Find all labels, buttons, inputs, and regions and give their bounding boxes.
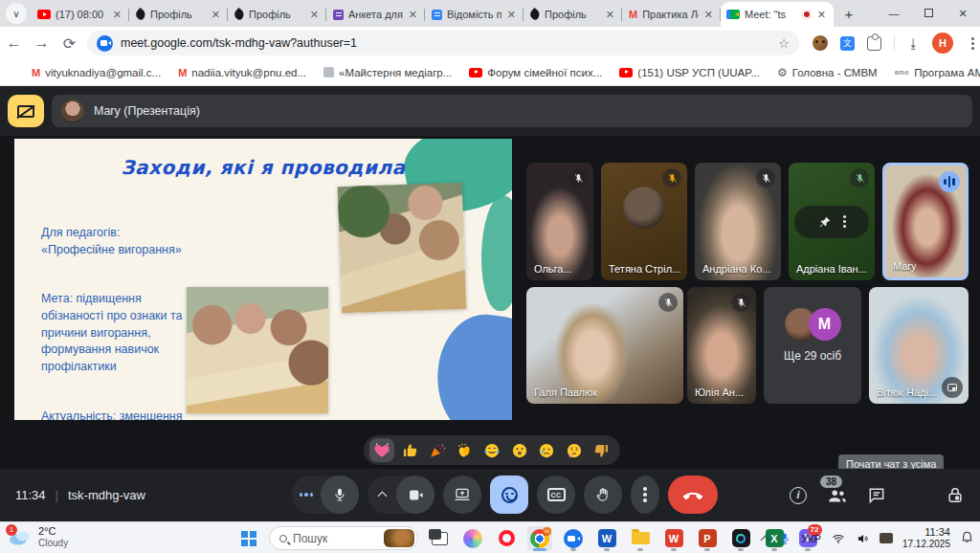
reaction-laughing-button[interactable] bbox=[479, 438, 504, 462]
activities-button[interactable] bbox=[904, 484, 927, 507]
camera-control[interactable] bbox=[368, 476, 434, 514]
taskbar-search[interactable]: Пошук bbox=[269, 526, 418, 550]
presentation-paused-button[interactable] bbox=[8, 95, 44, 127]
chrome-app[interactable]: H bbox=[527, 526, 552, 551]
wifi-icon[interactable] bbox=[831, 532, 846, 545]
minimize-button[interactable]: — bbox=[877, 8, 911, 19]
mic-control[interactable] bbox=[292, 476, 359, 514]
present-screen-button[interactable] bbox=[443, 476, 481, 514]
wps-app[interactable]: W bbox=[661, 526, 686, 551]
close-icon[interactable]: ✕ bbox=[408, 9, 418, 21]
close-icon[interactable]: ✕ bbox=[211, 9, 221, 21]
camera-permission-icon[interactable] bbox=[97, 35, 113, 52]
bookmark-forum[interactable]: Форум сімейної псих... bbox=[460, 67, 611, 78]
participant-tile[interactable]: Ольга... bbox=[526, 163, 593, 280]
forward-button[interactable]: → bbox=[28, 34, 56, 52]
tab-youtube[interactable]: (17) 08:00 | Б✕ bbox=[31, 2, 129, 27]
participant-tile[interactable]: Юлія Ан... bbox=[687, 287, 756, 404]
back-button[interactable]: ← bbox=[0, 34, 28, 52]
participant-tile[interactable]: Вітюк Наді... bbox=[869, 287, 969, 404]
notifications-bell-icon[interactable] bbox=[960, 529, 974, 547]
reload-button[interactable]: ⟳ bbox=[56, 34, 83, 53]
weather-widget[interactable]: 1 2°C Cloudy bbox=[8, 525, 68, 548]
tab-profile-3[interactable]: Профіль✕ bbox=[523, 2, 622, 27]
opera-app[interactable] bbox=[494, 526, 519, 551]
chat-button[interactable] bbox=[865, 484, 888, 507]
webex-app[interactable] bbox=[728, 526, 753, 551]
participant-tile[interactable]: Галя Павлюк bbox=[526, 287, 683, 404]
more-options-icon[interactable] bbox=[843, 220, 846, 223]
browser-menu-icon[interactable] bbox=[971, 42, 974, 45]
reaction-surprised-button[interactable] bbox=[507, 438, 532, 462]
tab-profile-1[interactable]: Профіль✕ bbox=[129, 2, 228, 27]
tray-clock[interactable]: 11:34 17.12.2025 bbox=[902, 526, 950, 550]
reaction-sparkling-heart-button[interactable] bbox=[369, 438, 394, 462]
tab-search-button[interactable]: ∨ bbox=[6, 3, 27, 24]
bookmark-star-icon[interactable]: ☆ bbox=[778, 36, 790, 51]
tab-meet-active[interactable]: Meet: "ts✕ bbox=[721, 2, 834, 27]
camera-button[interactable] bbox=[396, 476, 434, 514]
more-participants-tile[interactable]: M Ще 29 осіб bbox=[764, 287, 861, 404]
task-view-button[interactable] bbox=[427, 526, 452, 551]
reaction-thumbs-down-button[interactable] bbox=[590, 438, 614, 462]
bookmark-gmail-2[interactable]: nadiia.vityuk@pnu.ed... bbox=[169, 67, 315, 78]
tile-hover-controls[interactable] bbox=[794, 206, 869, 238]
file-explorer-app[interactable] bbox=[628, 526, 653, 551]
bookmark-amie[interactable]: ameПрограма AMiE для... bbox=[886, 67, 980, 78]
raise-hand-button[interactable] bbox=[584, 476, 622, 514]
owl-extension-icon[interactable] bbox=[813, 35, 828, 51]
host-controls-button[interactable] bbox=[944, 484, 967, 507]
new-tab-button[interactable]: + bbox=[837, 2, 860, 25]
participant-tile[interactable]: Андріана Ко... bbox=[695, 163, 781, 280]
reaction-clapping-hands-button[interactable] bbox=[452, 438, 477, 462]
more-options-button[interactable] bbox=[631, 476, 659, 514]
downloads-icon[interactable]: ⭳ bbox=[907, 36, 920, 51]
hidden-icons-chevron[interactable] bbox=[761, 535, 770, 544]
meeting-details-button[interactable]: i bbox=[787, 484, 810, 507]
participants-button[interactable]: 38 bbox=[826, 484, 849, 507]
bookmark-usp[interactable]: (151) USP УСП (UUAP... bbox=[611, 67, 768, 78]
extensions-puzzle-icon[interactable] bbox=[867, 36, 881, 51]
translate-icon[interactable] bbox=[840, 36, 855, 51]
reaction-party-popper-button[interactable] bbox=[425, 438, 450, 462]
mic-button[interactable] bbox=[321, 476, 359, 514]
participant-tile[interactable]: Тетяна Стріл... bbox=[601, 163, 687, 280]
url-text[interactable]: meet.google.com/tsk-mdhg-vaw?authuser=1 bbox=[121, 36, 770, 50]
picture-in-picture-icon[interactable] bbox=[942, 377, 963, 398]
reaction-thumbs-up-button[interactable] bbox=[397, 438, 422, 462]
close-icon[interactable]: ✕ bbox=[506, 9, 517, 21]
reaction-thinking-button[interactable] bbox=[562, 438, 587, 462]
maximize-button[interactable] bbox=[911, 8, 946, 19]
reaction-crying-button[interactable] bbox=[534, 438, 559, 462]
tray-mic-icon[interactable] bbox=[778, 532, 791, 545]
zoom-app[interactable] bbox=[561, 526, 586, 551]
close-icon[interactable]: ✕ bbox=[112, 9, 122, 21]
bookmark-gmail-1[interactable]: vityuknadiya@gmail.c... bbox=[23, 67, 169, 78]
close-icon[interactable]: ✕ bbox=[703, 9, 714, 21]
close-window-button[interactable]: ✕ bbox=[946, 8, 980, 20]
address-bar[interactable]: meet.google.com/tsk-mdhg-vaw?authuser=1 … bbox=[87, 31, 799, 55]
tab-gmail[interactable]: Практика Ло✕ bbox=[622, 2, 721, 27]
tab-form[interactable]: Анкета для с✕ bbox=[326, 2, 425, 27]
tab-sheet[interactable]: Відомість пр✕ bbox=[425, 2, 523, 27]
captions-button[interactable] bbox=[537, 476, 575, 514]
copilot-button[interactable] bbox=[460, 526, 485, 551]
pin-icon[interactable] bbox=[818, 215, 832, 229]
tray-app-icon[interactable] bbox=[880, 533, 893, 543]
profile-avatar[interactable]: H bbox=[932, 33, 953, 54]
participant-tile[interactable]: Адріана Іван... bbox=[789, 163, 875, 280]
tab-profile-2[interactable]: Профіль✕ bbox=[228, 2, 326, 27]
close-icon[interactable]: ✕ bbox=[309, 9, 320, 21]
bookmark-maisternia[interactable]: «Майстерня медіагр... bbox=[315, 67, 460, 78]
start-button[interactable] bbox=[235, 526, 260, 551]
powerpoint-app[interactable]: P bbox=[695, 526, 720, 551]
bookmark-smvm[interactable]: ⚙Головна - СМВМ bbox=[768, 66, 886, 79]
speaker-icon[interactable] bbox=[856, 532, 870, 545]
leave-call-button[interactable] bbox=[668, 476, 718, 514]
close-icon[interactable]: ✕ bbox=[816, 9, 827, 21]
participant-tile-speaking[interactable]: Mary bbox=[882, 163, 969, 280]
close-icon[interactable]: ✕ bbox=[605, 9, 615, 21]
keyboard-language[interactable]: УКР bbox=[801, 533, 821, 544]
reactions-toggle-button[interactable] bbox=[490, 476, 528, 514]
camera-options-chevron-icon[interactable] bbox=[368, 490, 396, 499]
